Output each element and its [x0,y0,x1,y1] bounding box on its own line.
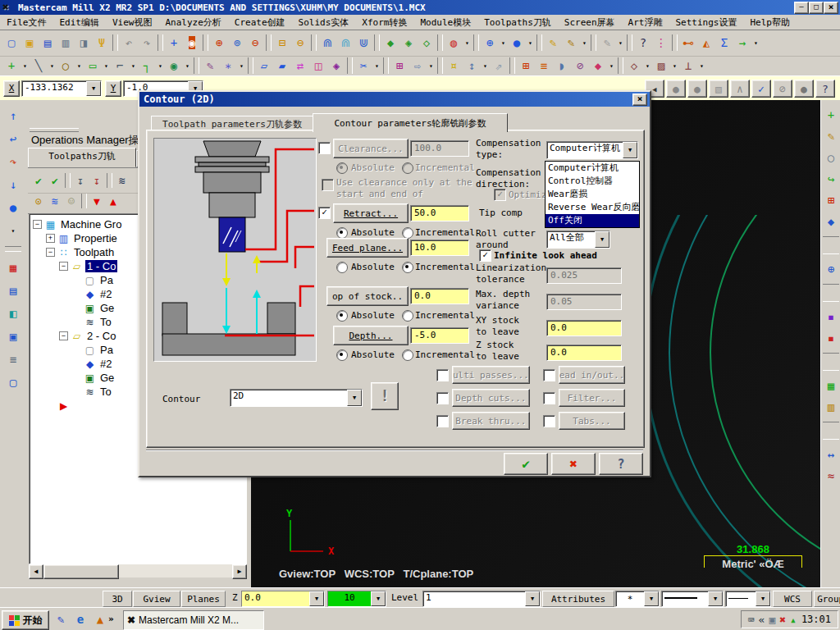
option-control[interactable]: Control控制器 [546,175,639,188]
tree-expand-toggle[interactable]: − [46,248,55,257]
delete-many-icon[interactable]: ✎ [562,34,580,52]
ghost-icon[interactable]: ☺ [63,193,80,209]
create-line-icon[interactable]: ╲ [30,57,48,75]
create-cylinder-icon[interactable]: ◉ [165,57,183,75]
style-icon[interactable]: ≈ [823,468,839,484]
ruler-icon[interactable]: ⊥ [679,57,697,75]
analyze-position-icon[interactable]: ✎ [201,57,219,75]
roll-cutter-select[interactable]: All全部 ▼ [546,231,610,249]
screen-teal-icon[interactable]: ◧ [4,304,22,322]
new-file-icon[interactable]: ▢ [2,34,21,52]
x-coordinate-button[interactable]: X [3,80,20,97]
ok-button[interactable]: ✔ [504,453,548,475]
warning-button[interactable]: ! [371,382,399,410]
gview-button[interactable]: Gview [133,591,180,607]
menu-settings[interactable]: Settings设置 [669,16,743,30]
retract-field[interactable]: 50.0 [410,205,469,221]
optimize-checkbox[interactable] [494,189,506,201]
z-stock-field[interactable]: 0.0 [546,345,622,361]
clearance-field[interactable]: 100.0 [410,140,469,157]
screen-box-icon[interactable]: ▣ [4,327,22,345]
tray-chevron-icon[interactable]: « [759,614,765,626]
dialog-title-bar[interactable]: Contour (2D) × [139,92,650,107]
view-redo-icon[interactable]: ↷ [4,153,22,171]
chevron-down-icon[interactable]: ▼ [644,591,659,606]
layer-icon[interactable]: ▥ [823,399,839,415]
color-attr2-icon[interactable]: ▪ [823,330,839,346]
unzoom-icon[interactable]: ⊖ [291,34,309,52]
tab-toolpaths[interactable]: Toolpaths刀轨 [28,148,136,167]
screen-export-icon[interactable]: ⇨ [409,57,427,75]
option-wear[interactable]: Wear磨损 [546,188,639,201]
restore-button[interactable]: □ [809,2,824,14]
dynamic-rotate-icon[interactable]: ◉ [183,34,201,52]
backplot-icon[interactable]: ≋ [114,172,130,189]
analyze-distance-icon[interactable]: ⋮ [652,34,670,52]
trim-icon[interactable]: ✂ [354,57,372,75]
feed-plane-field[interactable]: 10.0 [410,240,469,256]
max-depth-field[interactable]: 0.05 [546,294,622,310]
create-rectangle-icon[interactable]: ▭ [84,57,102,75]
move-up-icon[interactable]: ▲ [105,193,121,209]
chevron-down-icon[interactable]: ▼ [756,591,770,606]
screen-monitor-icon[interactable]: ▢ [4,373,22,391]
top-of-stock-button[interactable]: op of stock.. [326,286,409,306]
retract-button[interactable]: Retract... [333,203,409,223]
menu-art[interactable]: Art浮雕 [622,16,669,30]
chevron-down-icon[interactable]: ▼ [86,81,101,96]
analyze-volume-icon[interactable]: ◭ [697,34,715,52]
cursor-check-icon[interactable]: ✓ [751,80,771,98]
undelete-icon[interactable]: ✎ [598,34,616,52]
compensation-type-select[interactable]: Computer计算机 ▼ [546,141,638,159]
quick-launch-app-icon[interactable]: ▲ [92,611,108,628]
dialog-tab-contour-params[interactable]: Contour parameters轮廓铣削参数 [313,113,508,132]
create-plus-icon[interactable]: + [823,107,839,123]
print-icon[interactable]: ▥ [57,34,75,52]
grid-icon[interactable]: ⊞ [823,192,839,208]
contour-type-select[interactable]: 2D ▼ [230,389,363,407]
top-of-stock-absolute-radio[interactable] [336,310,348,322]
tree-expand-toggle[interactable]: − [33,220,42,229]
sketch-icon[interactable]: ✎ [823,128,839,144]
polyline-icon[interactable]: ↪ [823,171,839,187]
planes-sphere-icon[interactable]: ● [508,34,526,52]
chevron-down-icon[interactable]: ▼ [309,591,324,606]
chevron-down-icon[interactable]: ▼ [347,390,362,406]
autocursor-cube-icon[interactable]: ▧ [709,80,728,98]
cancel-button[interactable]: ✖ [551,453,596,475]
scroll-left-icon[interactable]: ◀ [29,564,43,579]
option-checkbox[interactable] [543,369,555,381]
line-style-select[interactable]: ▼ [661,591,724,607]
toggle-display-icon[interactable]: ≋ [47,193,63,209]
save-icon[interactable]: ▤ [39,34,57,52]
open-file-icon[interactable]: ▣ [21,34,39,52]
minimize-button[interactable]: — [794,2,809,14]
view-undo-icon[interactable]: ↩ [4,130,22,148]
regenerate-icon[interactable]: ⋓ [354,34,372,52]
panel-grip[interactable] [30,128,79,132]
autocursor-circle-icon[interactable]: ● [666,80,686,98]
translate3d-icon[interactable]: ⇗ [490,57,508,75]
chevron-down-icon[interactable]: ▼ [371,591,386,606]
clearance-incremental-radio[interactable] [402,162,413,174]
xy-stock-field[interactable]: 0.0 [546,320,622,336]
option-checkbox[interactable] [436,415,449,427]
feed-plane-absolute-radio[interactable] [336,262,348,273]
create-polyline-icon[interactable]: ┐ [138,57,156,75]
tray-update-icon[interactable]: ▴ [790,614,797,626]
create-arc-icon[interactable]: ○ [57,57,75,75]
xform-copy-icon[interactable]: ▰ [273,57,291,75]
delete-icon[interactable]: ✎ [544,34,562,52]
analyze-sum-icon[interactable]: Σ [715,34,733,52]
point-style-select[interactable]: ∗ ▼ [615,591,660,607]
xform-rotate-icon[interactable]: ◈ [327,57,345,75]
top-of-stock-field[interactable]: 0.0 [410,288,469,304]
y-coordinate-button[interactable]: Y [105,80,121,97]
option-checkbox[interactable] [436,369,449,381]
option-computer[interactable]: Computer计算机 [546,162,639,175]
zoom-target-icon[interactable]: ⊚ [228,34,246,52]
repaint-icon[interactable]: ⋒ [336,34,354,52]
create-fillet-icon[interactable]: ⌐ [111,57,129,75]
tree-h-scrollbar[interactable]: ◀ ▶ [29,564,247,578]
zoom-window-icon[interactable]: ⊕ [210,34,228,52]
